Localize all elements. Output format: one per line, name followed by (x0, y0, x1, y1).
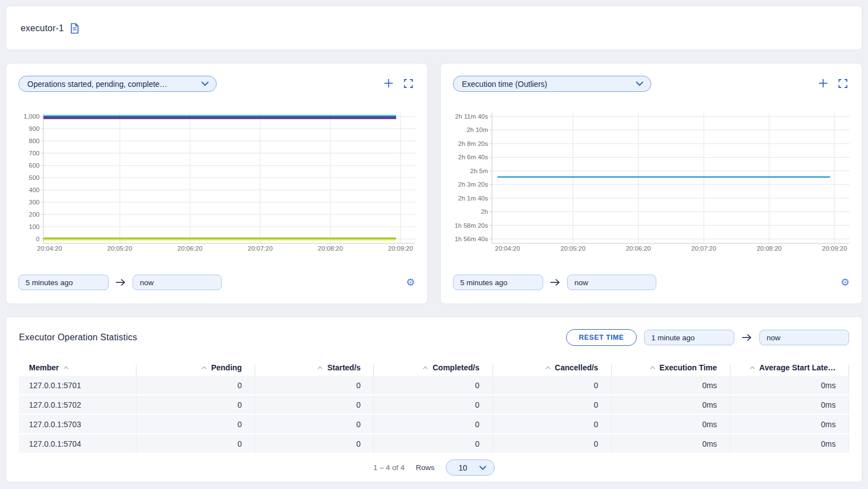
svg-text:20:08:20: 20:08:20 (757, 245, 782, 252)
add-chart-button[interactable] (384, 79, 393, 88)
sort-caret-icon (749, 366, 755, 370)
cell-value: 0 (136, 434, 255, 453)
time-to-input[interactable] (567, 275, 656, 290)
chevron-down-icon (201, 81, 209, 86)
svg-text:600: 600 (29, 162, 40, 169)
sort-caret-icon (422, 366, 428, 370)
svg-text:2h 5m: 2h 5m (470, 168, 488, 174)
metric-select-execution-time[interactable]: Execution time (Outliers) (453, 76, 651, 92)
column-header-average-start-latency[interactable]: Average Start Late… (730, 363, 849, 372)
svg-text:0: 0 (36, 236, 40, 242)
arrow-right-icon (550, 278, 560, 286)
cell-value: 0ms (730, 415, 849, 433)
chevron-down-icon (479, 466, 486, 470)
svg-text:900: 900 (29, 125, 40, 132)
cell-value: 0ms (730, 376, 849, 394)
table-body: 127.0.0.1:570100000ms0ms127.0.0.1:570200… (19, 376, 849, 453)
cell-value: 0 (374, 415, 492, 433)
stats-time-to-input[interactable] (759, 330, 849, 345)
svg-text:1h 58m 20s: 1h 58m 20s (455, 222, 488, 229)
pagination: 1 – 4 of 4 Rows 10 (19, 459, 849, 476)
time-from-input[interactable] (453, 275, 543, 290)
svg-text:20:08:20: 20:08:20 (318, 245, 343, 252)
svg-text:20:09:20: 20:09:20 (822, 245, 847, 252)
sort-caret-icon (201, 366, 207, 370)
sort-caret-icon (650, 366, 656, 370)
sort-caret-icon (63, 366, 69, 370)
cell-value: 0 (374, 376, 492, 394)
cell-value: 0ms (730, 395, 849, 414)
table-row: 127.0.0.1:570200000ms0ms (19, 395, 849, 414)
svg-text:2h 8m 20s: 2h 8m 20s (458, 140, 488, 147)
svg-text:20:07:20: 20:07:20 (248, 245, 273, 252)
cell-value: 0 (493, 395, 612, 414)
svg-text:20:06:20: 20:06:20 (626, 245, 651, 252)
metric-select-operations[interactable]: Operations started, pending, complete… (18, 76, 217, 92)
reset-time-button[interactable]: RESET TIME (566, 329, 637, 346)
rows-per-page-select[interactable]: 10 (446, 459, 495, 476)
document-icon[interactable] (70, 23, 80, 34)
cell-member: 127.0.0.1:5701 (19, 376, 136, 394)
fullscreen-icon[interactable] (404, 79, 413, 88)
svg-text:2h 3m 20s: 2h 3m 20s (458, 181, 488, 188)
svg-text:20:05:20: 20:05:20 (108, 245, 133, 252)
svg-text:20:04:20: 20:04:20 (37, 245, 62, 252)
cell-member: 127.0.0.1:5704 (19, 434, 136, 453)
cell-value: 0 (374, 395, 492, 414)
svg-text:1h 56m 40s: 1h 56m 40s (455, 236, 488, 242)
cell-value: 0 (136, 376, 255, 394)
gear-icon[interactable]: ⚙ (406, 277, 415, 287)
arrow-right-icon (742, 334, 752, 341)
rows-label: Rows (416, 463, 435, 472)
svg-text:700: 700 (29, 150, 40, 157)
cell-value: 0 (255, 376, 374, 394)
fullscreen-icon[interactable] (838, 79, 847, 88)
cell-member: 127.0.0.1:5702 (19, 395, 136, 414)
cell-value: 0ms (612, 395, 730, 414)
cell-value: 0 (255, 434, 374, 453)
column-header-cancelled[interactable]: Cancelled/s (493, 363, 612, 372)
column-header-pending[interactable]: Pending (136, 363, 255, 372)
cell-member: 127.0.0.1:5703 (19, 415, 136, 433)
executor-statistics-table: Member Pending Started/s Completed/s (19, 359, 849, 453)
cell-value: 0 (374, 434, 492, 453)
svg-text:2h 11m 40s: 2h 11m 40s (455, 113, 488, 120)
cell-value: 0 (255, 415, 374, 433)
add-chart-button[interactable] (818, 79, 828, 88)
svg-text:500: 500 (29, 174, 40, 181)
table-header-row: Member Pending Started/s Completed/s (19, 359, 849, 376)
cell-value: 0 (493, 415, 612, 433)
svg-text:400: 400 (29, 187, 40, 193)
svg-text:200: 200 (29, 211, 40, 218)
column-header-execution-time[interactable]: Execution Time (612, 363, 730, 372)
column-header-started[interactable]: Started/s (255, 363, 374, 372)
cell-value: 0 (136, 415, 255, 433)
gear-icon[interactable]: ⚙ (841, 277, 850, 287)
operations-chart-panel: Operations started, pending, complete… 0… (6, 63, 428, 304)
execution-time-chart-panel: Execution time (Outliers) 1h 56m 40s1h 5… (440, 63, 862, 304)
cell-value: 0 (493, 434, 612, 453)
time-to-input[interactable] (133, 275, 222, 290)
sort-caret-icon (545, 366, 551, 370)
svg-text:800: 800 (29, 138, 40, 144)
page-range: 1 – 4 of 4 (373, 463, 404, 472)
cell-value: 0ms (612, 434, 730, 453)
table-row: 127.0.0.1:570300000ms0ms (19, 415, 849, 433)
sort-caret-icon (317, 366, 323, 370)
column-header-completed[interactable]: Completed/s (374, 363, 492, 372)
metric-select-label: Operations started, pending, complete… (27, 80, 167, 89)
cell-value: 0ms (612, 376, 730, 394)
operations-chart: 01002003004005006007008009001,00020:04:2… (18, 110, 416, 253)
svg-text:20:05:20: 20:05:20 (560, 245, 586, 252)
svg-text:20:07:20: 20:07:20 (691, 245, 716, 252)
svg-text:300: 300 (29, 199, 40, 206)
stats-title: Executor Operation Statistics (19, 332, 137, 343)
stats-time-from-input[interactable] (644, 330, 734, 345)
arrow-right-icon (115, 278, 126, 286)
svg-text:2h: 2h (481, 208, 488, 215)
time-from-input[interactable] (18, 275, 109, 290)
svg-text:1,000: 1,000 (23, 113, 40, 120)
column-header-member[interactable]: Member (19, 363, 136, 372)
svg-text:2h 10m: 2h 10m (467, 126, 488, 133)
svg-text:100: 100 (29, 223, 40, 230)
